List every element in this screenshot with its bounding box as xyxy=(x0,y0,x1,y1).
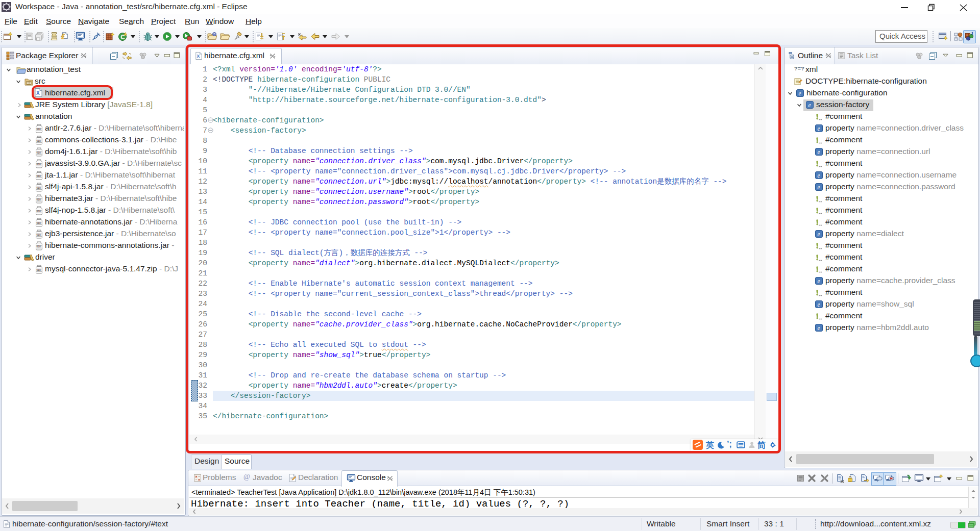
svg-text:J: J xyxy=(971,32,973,36)
